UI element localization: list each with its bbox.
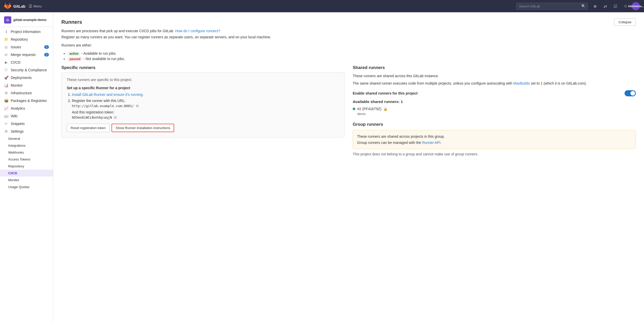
sidebar-item-snippets[interactable]: ✂ Snippets [0,120,53,128]
shared-runners-col: Shared runners These runners are shared … [353,65,636,156]
specific-runners-col: Specific runners These runners are speci… [61,65,345,156]
search-icon: 🔍 [581,4,586,8]
show-instructions-button[interactable]: Show Runner installation instructions [112,124,174,132]
sidebar-subitem-general[interactable]: General [0,135,53,142]
merge-badge: 0 [44,53,49,56]
menu-button[interactable]: ☰ Menu [29,4,42,9]
registration-token: 6D5mo8iWCLBaVdqcaqjN [72,116,112,119]
avatar[interactable]: Administra... [632,2,640,10]
runner-api-link[interactable]: Runner API [422,141,441,145]
sidebar-item-infrastructure[interactable]: ⚙ Infrastructure [0,89,53,97]
maxbuilds-link[interactable]: MaxBuilds [513,81,530,85]
active-badge: active [68,52,80,56]
specific-runners-box: These runners are specific to this proje… [61,72,345,137]
enable-shared-runners-row: Enable shared runners for this project [353,90,636,96]
reset-token-button[interactable]: Reset registration token [67,124,109,132]
group-runners-text2: Group runners can be managed with the Ru… [357,141,631,145]
sidebar-item-wiki[interactable]: 📖 Wiki [0,112,53,120]
enable-shared-toggle[interactable] [625,90,636,96]
collapse-button[interactable]: Collapse [614,18,636,26]
setup-title: Set up a specific Runner for a project [67,86,339,90]
available-runners-title: Available shared runners: 1 [353,99,636,104]
plus-icon[interactable]: ⊕ [591,2,599,10]
sidebar: G gitlab-example-demo ℹ Project informat… [0,12,53,322]
runners-info: Register as many runners as you want. Yo… [61,35,636,39]
group-runners-title: Group runners [353,122,636,127]
sidebar-subitem-access-tokens[interactable]: Access Tokens [0,156,53,163]
logo-icon [4,3,11,10]
topnav: GitLab ☰ Menu 🔍 ⊕ ⇄ ☑ ☺ Administra... [0,0,644,12]
settings-nav-icon: ⚙ [4,129,8,133]
install-runner-link[interactable]: Install GitLab Runner and ensure it's ru… [72,93,144,97]
runners-header: Runners Collapse [61,18,636,26]
group-runners-note: This project does not belong to a group … [353,152,636,156]
runners-description: Runners are processes that pick up and e… [61,29,636,33]
copy-token-icon[interactable]: ⧉ [114,115,117,120]
paused-badge: paused [68,57,82,61]
sidebar-item-settings[interactable]: ⚙ Settings [0,128,53,135]
sidebar-subitem-cicd[interactable]: CI/CD [0,170,53,177]
issues-icon[interactable]: ☑ [611,2,619,10]
infra-nav-icon: ⚙ [4,91,8,95]
sidebar-item-monitor[interactable]: 📊 Monitor [0,82,53,89]
sidebar-item-merge-requests[interactable]: ⇄ Merge requests 0 [0,51,53,59]
sidebar-subitem-webhooks[interactable]: Webhooks [0,149,53,156]
runner-status-dot [353,108,355,110]
runner-buttons: Reset registration token Show Runner ins… [67,124,339,132]
runner-name: #2 (PF41kT9Z) [357,107,381,111]
runner-item-1: #2 (PF41kT9Z) 🔒 [353,107,636,111]
merge-request-icon[interactable]: ⇄ [601,2,609,10]
repo-icon: 📁 [4,37,8,41]
topnav-icons: ⊕ ⇄ ☑ ☺ Administra... [591,2,640,10]
sidebar-subitem-integrations[interactable]: Integrations [0,142,53,149]
search-input[interactable] [516,3,588,10]
specific-runners-desc: These runners are specific to this proje… [67,78,339,82]
shared-runners-desc1: These runners are shared across this Git… [353,73,636,79]
project-avatar: G [4,16,11,24]
token-row: 6D5mo8iWCLBaVdqcaqjN ⧉ [72,115,339,120]
sidebar-subitem-repository[interactable]: Repository [0,163,53,170]
snippets-nav-icon: ✂ [4,122,8,126]
runners-section: Runners Collapse Runners are processes t… [61,18,636,156]
logo-text: GitLab [13,4,26,8]
sidebar-item-deployments[interactable]: 🚀 Deployments [0,74,53,82]
main-content: Runners Collapse Runners are processes t… [53,12,644,322]
sidebar-item-project-information[interactable]: ℹ Project information [0,28,53,36]
group-runners-text1: These runners are shared across projects… [357,134,631,139]
sidebar-item-repository[interactable]: 📁 Repository [0,36,53,43]
sidebar-item-packages-registries[interactable]: 📦 Packages & Registries [0,97,53,105]
analytics-nav-icon: 📈 [4,106,8,110]
sidebar-subitem-usage-quotas[interactable]: Usage Quotas [0,183,53,190]
sidebar-subitem-monitor[interactable]: Monitor [0,177,53,183]
active-status-item: active - Available to run jobs. [68,51,636,56]
enable-shared-label: Enable shared runners for this project [353,91,418,95]
project-name: gitlab-example-demo [13,18,47,22]
specific-runners-title: Specific runners [61,65,345,70]
sidebar-item-analytics[interactable]: 📈 Analytics [0,105,53,112]
shared-runners-title: Shared runners [353,65,636,70]
setup-step-1: Install GitLab Runner and ensure it's ru… [72,93,339,97]
monitor-nav-icon: 📊 [4,83,8,87]
layout: G gitlab-example-demo ℹ Project informat… [0,12,644,322]
runner-lock-icon: 🔒 [383,107,387,111]
paused-status-item: paused - Not available to run jobs. [68,57,636,61]
project-header: G gitlab-example-demo [0,14,53,27]
toggle-knob [630,91,635,96]
sidebar-item-issues[interactable]: ◎ Issues 0 [0,43,53,51]
search-wrap: 🔍 [516,3,588,10]
configure-runners-link[interactable]: How do I configure runners? [175,29,220,33]
runner-url: http://gitlab.example.com:8081/ [72,104,134,108]
runners-title: Runners [61,19,82,25]
security-nav-icon: 🛡 [4,68,8,72]
packages-nav-icon: 📦 [4,99,8,103]
deployments-nav-icon: 🚀 [4,76,8,80]
info-icon: ℹ [4,30,8,34]
url-row: http://gitlab.example.com:8081/ ⧉ [72,104,339,108]
setup-step-2: Register the runner with this URL: http:… [72,99,339,120]
sidebar-item-security-compliance[interactable]: 🛡 Security & Compliance [0,66,53,74]
copy-url-icon[interactable]: ⧉ [136,104,139,108]
setup-steps: Install GitLab Runner and ensure it's ru… [67,93,339,120]
cicd-nav-icon: ▶ [4,60,8,64]
gitlab-logo[interactable]: GitLab [4,3,26,10]
sidebar-item-cicd[interactable]: ▶ CI/CD [0,59,53,66]
